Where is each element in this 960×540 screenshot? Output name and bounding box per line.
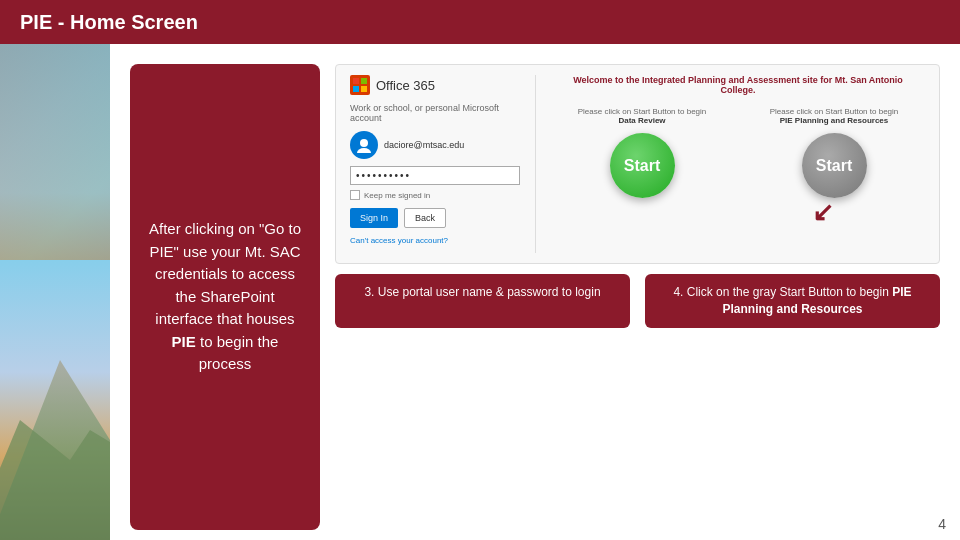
pie-planning-column: Please click on Start Button to begin PI… [743,107,925,253]
office-logo: Office 365 [350,75,520,95]
page-header: PIE - Home Screen [0,0,960,44]
instruction-panel: After clicking on "Go to PIE" use your M… [130,64,320,530]
panels-row: After clicking on "Go to PIE" use your M… [130,64,940,530]
caption-3-panel: 3. Use portal user name & password to lo… [335,274,630,328]
svg-point-7 [360,139,368,147]
svg-rect-4 [361,78,367,84]
login-email: daciore@mtsac.edu [384,140,464,150]
cant-access-link[interactable]: Can't access your account? [350,236,520,245]
caption-4-panel: 4. Click on the gray Start Button to beg… [645,274,940,328]
screenshot-area: Office 365 Work or school, or personal M… [335,64,940,530]
office-logo-text: Office 365 [376,78,435,93]
content-area: After clicking on "Go to PIE" use your M… [110,44,960,540]
login-avatar-icon [350,131,378,159]
pie-planning-label: Please click on Start Button to begin PI… [770,107,899,125]
login-buttons: Sign In Back [350,208,520,228]
caption-3-text: 3. Use portal user name & password to lo… [364,285,600,299]
arrow-indicator: ↙ [812,197,834,228]
caption-4-bold: PIE Planning and Resources [722,285,911,316]
office-login-mockup: Office 365 Work or school, or personal M… [335,64,940,264]
keep-signed-checkbox[interactable] [350,190,360,200]
login-subtitle: Work or school, or personal Microsoft ac… [350,103,520,123]
data-review-label: Please click on Start Button to begin Da… [578,107,707,125]
svg-point-8 [357,148,371,153]
keep-signed-row: Keep me signed in [350,190,520,200]
header-title: PIE - Home Screen [20,11,198,34]
svg-rect-3 [353,78,359,84]
page-number: 4 [938,516,946,532]
keep-signed-label: Keep me signed in [364,191,430,200]
login-password-field[interactable] [350,166,520,185]
svg-rect-5 [353,86,359,92]
svg-rect-6 [361,86,367,92]
back-button[interactable]: Back [404,208,446,228]
pie-sections: Welcome to the Integrated Planning and A… [551,75,925,253]
pie-columns: Please click on Start Button to begin Da… [551,107,925,253]
pie-welcome-text: Welcome to the Integrated Planning and A… [551,75,925,95]
sign-in-button[interactable]: Sign In [350,208,398,228]
instruction-text: After clicking on "Go to PIE" use your M… [148,218,302,376]
start-pie-planning-button[interactable]: Start [802,133,867,198]
bottom-panels: 3. Use portal user name & password to lo… [335,274,940,328]
login-divider [535,75,536,253]
office-logo-icon [350,75,370,95]
caption-4-text: 4. Click on the gray Start Button to beg… [673,285,911,316]
mountain-image [0,44,110,540]
data-review-column: Please click on Start Button to begin Da… [551,107,733,253]
login-form: Office 365 Work or school, or personal M… [350,75,520,253]
login-avatar-row: daciore@mtsac.edu [350,131,520,159]
start-data-review-button[interactable]: Start [610,133,675,198]
main-content: After clicking on "Go to PIE" use your M… [0,44,960,540]
